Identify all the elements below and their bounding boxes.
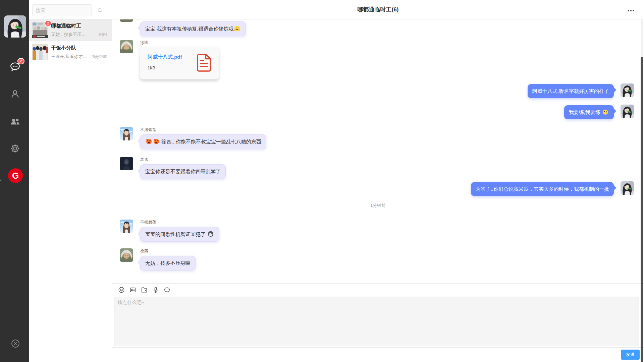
app-window: 2 G › 2哪都通临时工无妨，技多不压身嘛刚刚干饭小分队王道长,我看你才…26…	[0, 0, 644, 362]
message-bubble: 无妨，技多不压身嘛	[140, 256, 196, 270]
search-icon	[97, 7, 103, 14]
pdf-file-icon	[197, 54, 211, 72]
message-row-left: 不摇碧莲 徐四...你能不能不教宝宝一些乱七八糟的东西	[112, 127, 644, 149]
message-content: 老孟宝宝你还是不要跟着你四哥乱学了	[140, 157, 226, 179]
conversation-panel: 哪都通临时工(6) 宝宝 我这有本祖传秘笈,很适合你修炼哦徐四阿威十八式.pdf…	[112, 0, 644, 362]
avatar-self[interactable]	[621, 105, 634, 118]
message-row-left: 徐四阿威十八式.pdf1KB	[112, 40, 644, 79]
chat-item-title: 哪都通临时工	[51, 23, 81, 29]
close-circle-icon	[11, 339, 20, 348]
avatar-xu-si[interactable]	[120, 19, 133, 22]
avatar-bu-yao-bi-lian[interactable]	[120, 127, 133, 140]
chat-list-item[interactable]: 干饭小分队王道长,我看你才…26分钟前	[29, 41, 112, 63]
unread-badge: 2	[17, 58, 24, 64]
message-bubble: 宝宝 我这有本祖传秘笈,很适合你修炼哦	[140, 21, 246, 36]
logout-button[interactable]	[11, 339, 20, 348]
message-bubble: 宝宝的间歇性机智证又犯了	[140, 227, 219, 242]
chat-item-preview: 无妨，技多不压身嘛	[51, 32, 89, 38]
message-content: 徐四无妨，技多不压身嘛	[140, 248, 196, 270]
sender-name: 老孟	[140, 157, 148, 162]
message-row-left: 老孟宝宝你还是不要跟着你四哥乱学了	[112, 157, 644, 179]
avatar-self[interactable]	[621, 181, 634, 195]
gear-icon	[9, 143, 21, 154]
send-row: 发送	[112, 347, 644, 362]
chat-item-time: 刚刚	[99, 32, 107, 38]
scrollbar-track[interactable]	[641, 19, 643, 362]
message-bubble: 宝宝你还是不要跟着你四哥乱学了	[140, 164, 226, 179]
image-icon[interactable]	[129, 286, 137, 294]
sidebar-nav-groups[interactable]	[9, 115, 21, 128]
avatar-bu-yao-bi-lian[interactable]	[120, 220, 133, 233]
message-content: 宝宝 我这有本祖传秘笈,很适合你修炼哦	[140, 21, 246, 36]
message-bubble: 阿威十八式,听名字就好厉害的样子	[528, 84, 614, 98]
time-divider: 1分钟前	[112, 202, 644, 208]
message-list: 宝宝 我这有本祖传秘笈,很适合你修炼哦徐四阿威十八式.pdf1KB阿威十八式,听…	[112, 19, 644, 283]
composer-toolbar	[117, 286, 171, 294]
rage-face-icon	[146, 138, 152, 145]
collapse-handle[interactable]: ›	[0, 177, 2, 182]
rage-face-icon	[153, 138, 160, 145]
unread-badge: 2	[45, 20, 52, 26]
message-row-right: 为啥子..你们总说我呆瓜，其实大多的时候，我都机制的一批	[112, 182, 644, 196]
message-content: 不摇碧莲宝宝的间歇性机智证又犯了	[140, 220, 219, 242]
app-logo[interactable]: G	[8, 168, 23, 183]
sender-name: 不摇碧莲	[140, 220, 156, 225]
message-bubble: 我要练,我要练	[564, 105, 614, 119]
send-button[interactable]: 发送	[621, 350, 640, 360]
hugging-face-icon	[234, 25, 240, 32]
sender-name: 徐四	[140, 40, 148, 45]
chat-item-list: 2哪都通临时工无妨，技多不压身嘛刚刚干饭小分队王道长,我看你才…26分钟前	[29, 19, 112, 63]
conversation-title: 哪都通临时工(6)	[112, 0, 644, 19]
sender-name: 不摇碧莲	[140, 127, 156, 132]
more-menu-icon[interactable]	[627, 9, 635, 13]
chat-item-time: 26分钟前	[91, 54, 107, 60]
melting-face-icon	[602, 109, 609, 115]
scrollbar-thumb[interactable]	[641, 57, 643, 362]
avatar-group-ganfan	[32, 44, 48, 60]
message-input[interactable]	[114, 297, 639, 346]
search-input[interactable]	[32, 4, 92, 16]
message-bubble: 徐四...你能不能不教宝宝一些乱七八糟的东西	[140, 134, 266, 149]
chat-list-item[interactable]: 2哪都通临时工无妨，技多不压身嘛刚刚	[29, 19, 112, 41]
avatar-lao-meng[interactable]	[120, 157, 133, 170]
message-icon[interactable]	[163, 286, 171, 294]
sidebar-nav-settings[interactable]	[9, 142, 21, 155]
person-icon	[9, 88, 21, 100]
mic-icon[interactable]	[152, 286, 160, 294]
chat-list-panel: 2哪都通临时工无妨，技多不压身嘛刚刚干饭小分队王道长,我看你才…26分钟前	[29, 0, 112, 362]
avatar-xu-si[interactable]	[120, 248, 133, 262]
message-row-left: 徐四无妨，技多不压身嘛	[112, 248, 644, 270]
avatar-xu-si[interactable]	[120, 40, 133, 53]
search-button[interactable]	[93, 4, 107, 16]
sidebar-nav-chats[interactable]: 2	[9, 60, 21, 73]
avatar-self[interactable]	[621, 83, 634, 97]
chat-item-preview: 王道长,我看你才…	[51, 54, 87, 60]
group-icon	[9, 116, 21, 127]
message-content: 不摇碧莲 徐四...你能不能不教宝宝一些乱七八糟的东西	[140, 127, 266, 149]
folder-icon[interactable]	[140, 286, 148, 294]
conversation-header: 哪都通临时工(6)	[112, 0, 644, 19]
message-row-left: 不摇碧莲宝宝的间歇性机智证又犯了	[112, 220, 644, 242]
sidebar: 2 G	[0, 0, 29, 362]
message-row-right: 阿威十八式,听名字就好厉害的样子	[112, 84, 644, 98]
chat-item-title: 干饭小分队	[51, 45, 76, 51]
composer: 发送	[112, 283, 644, 362]
sender-name: 徐四	[140, 248, 148, 254]
message-row-left: 宝宝 我这有本祖传秘笈,很适合你修炼哦	[112, 21, 644, 36]
message-content: 徐四阿威十八式.pdf1KB	[140, 40, 219, 79]
file-attachment-card[interactable]: 阿威十八式.pdf1KB	[140, 47, 219, 79]
penguin-icon	[207, 231, 214, 237]
emoji-icon[interactable]	[117, 286, 125, 294]
message-bubble: 为啥子..你们总说我呆瓜，其实大多的时候，我都机制的一批	[471, 182, 614, 196]
sidebar-nav-contacts[interactable]	[9, 88, 21, 101]
search-row	[29, 0, 112, 19]
message-row-right: 我要练,我要练	[112, 105, 644, 119]
